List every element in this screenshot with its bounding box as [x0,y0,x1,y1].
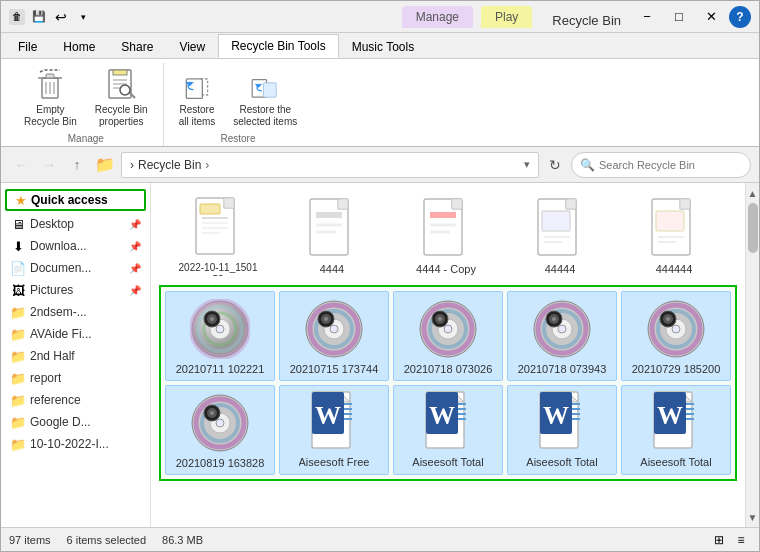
sidebar-item-10-10-2022[interactable]: 📁 10-10-2022-I... [1,433,150,455]
address-bar: ← → ↑ 📁 › Recycle Bin › ▾ ↻ 🔍 [1,147,759,183]
file-item-cd-20210711[interactable]: 20210711 102221 [165,291,275,381]
view-buttons: ⊞ ≡ [709,531,751,549]
file-icon-2022 [186,196,250,260]
svg-text:W: W [657,401,683,430]
file-name-aiseesoft-total1: Aiseesoft TotalVideo Converter [408,456,487,470]
search-box[interactable]: 🔍 [571,152,751,178]
file-item-aiseesoft-total3[interactable]: W Aiseesoft TotalVideo Converter [621,385,731,475]
folder-button[interactable]: 📁 [93,153,117,177]
file-name-4444copy: 4444 - Copy [416,263,476,276]
restore-selected-button[interactable]: Restore theselected items [226,67,304,131]
empty-recycle-bin-button[interactable]: EmptyRecycle Bin [17,67,84,131]
file-name-cd-20210718b: 20210718 073943 [518,363,607,376]
forward-button[interactable]: → [37,153,61,177]
address-input[interactable]: › Recycle Bin › ▾ [121,152,539,178]
file-item-444444[interactable]: 444444 [619,191,729,281]
main-window: 🗑 💾 ↩ ▾ Manage Play Recycle Bin − □ ✕ ? … [0,0,760,552]
file-item-cd-20210819[interactable]: 20210819 163828 [165,385,275,475]
back-button[interactable]: ← [9,153,33,177]
svg-text:W: W [315,401,341,430]
view-details-button[interactable]: ≡ [731,531,751,549]
file-item-aiseesoft-total1[interactable]: W Aiseesoft TotalVideo Converter [393,385,503,475]
file-name-cd-20210711: 20210711 102221 [176,363,265,376]
breadcrumb-chevron: › [205,158,209,172]
file-name-2022: 2022-10-11_150153 [179,262,258,276]
restore-all-icon [181,70,213,102]
svg-point-63 [324,317,328,321]
scrollbar[interactable]: ▲ ▼ [745,183,759,527]
maximize-button[interactable]: □ [665,6,693,28]
file-name-cd-20210718a: 20210718 073026 [404,363,493,376]
restore-all-button[interactable]: Restoreall items [172,67,223,131]
sidebar-item-reference[interactable]: 📁 reference [1,389,150,411]
qa-dropdown-btn[interactable]: ▾ [73,7,93,27]
sidebar-item-googled-label: Google D... [30,415,91,429]
qa-undo-btn[interactable]: ↩ [51,7,71,27]
2ndhalf-icon: 📁 [10,348,26,364]
2ndsem-icon: 📁 [10,304,26,320]
sidebar-item-avaide-label: AVAide Fi... [30,327,92,341]
file-item-aiseesoft-total2[interactable]: W Aiseesoft TotalVideo Converter [507,385,617,475]
file-item-4444copy[interactable]: 4444 - Copy [391,191,501,281]
tab-home[interactable]: Home [50,35,108,58]
recycle-bin-properties-button[interactable]: Recycle Binproperties [88,67,155,131]
file-name-44444: 44444 [545,263,576,276]
word-icon-aiseesoft-total1: W [416,390,480,454]
file-item-aiseesoft-free[interactable]: W Aiseesoft FreeVideo Editor [279,385,389,475]
svg-text:W: W [429,401,455,430]
tab-play[interactable]: Play [481,6,532,28]
refresh-button[interactable]: ↻ [543,153,567,177]
file-item-44444[interactable]: 44444 [505,191,615,281]
cd-icon-20210729 [644,297,708,361]
quick-access-toolbar: 💾 ↩ ▾ [29,7,93,27]
sidebar-item-2ndsem[interactable]: 📁 2ndsem-... [1,301,150,323]
file-icon-44444 [528,197,592,261]
up-button[interactable]: ↑ [65,153,89,177]
ribbon-group-restore: Restoreall items Restore theselected ite… [164,63,313,146]
tab-music-tools[interactable]: Music Tools [339,35,427,58]
file-name-cd-20210729: 20210729 185200 [632,363,721,376]
sidebar-item-2ndhalf-label: 2nd Half [30,349,75,363]
help-button[interactable]: ? [729,6,751,28]
manage-group-label: Manage [17,133,155,146]
ribbon-tabs: File Home Share View Recycle Bin Tools M… [1,33,759,59]
tab-share[interactable]: Share [108,35,166,58]
sidebar-item-downloads[interactable]: ⬇ Downloa... 📌 [1,235,150,257]
view-icons-button[interactable]: ⊞ [709,531,729,549]
file-item-cd-20210718a[interactable]: 20210718 073026 [393,291,503,381]
tab-file[interactable]: File [5,35,50,58]
file-item-4444[interactable]: 4444 [277,191,387,281]
minimize-button[interactable]: − [633,6,661,28]
address-dropdown-arrow[interactable]: ▾ [524,158,530,171]
top-row: 2022-10-11_150153 [159,191,737,281]
window-title: Recycle Bin [540,13,633,28]
tab-view[interactable]: View [166,35,218,58]
cd-icon-20210718b [530,297,594,361]
search-input[interactable] [599,159,742,171]
sidebar-item-googled[interactable]: 📁 Google D... [1,411,150,433]
scroll-up-button[interactable]: ▲ [746,185,760,201]
sidebar-item-quick-access[interactable]: ★ Quick access [5,189,146,211]
sidebar-item-desktop[interactable]: 🖥 Desktop 📌 [1,213,150,235]
sidebar-item-report[interactable]: 📁 report [1,367,150,389]
10-10-2022-icon: 📁 [10,436,26,452]
qa-save-btn[interactable]: 💾 [29,7,49,27]
tab-recycle-bin-tools[interactable]: Recycle Bin Tools [218,34,339,58]
sidebar-item-documents[interactable]: 📄 Documen... 📌 [1,257,150,279]
file-item-cd-20210729[interactable]: 20210729 185200 [621,291,731,381]
svg-rect-22 [200,204,220,214]
sidebar-item-pictures[interactable]: 🖼 Pictures 📌 [1,279,150,301]
close-button[interactable]: ✕ [697,6,725,28]
scroll-down-button[interactable]: ▼ [746,509,760,525]
desktop-icon: 🖥 [10,216,26,232]
sidebar-item-avaide[interactable]: 📁 AVAide Fi... [1,323,150,345]
file-item-cd-20210715[interactable]: 20210715 173744 [279,291,389,381]
scroll-thumb[interactable] [748,203,758,253]
tab-manage[interactable]: Manage [402,6,473,28]
file-item-2022[interactable]: 2022-10-11_150153 [163,191,273,281]
file-item-cd-20210718b[interactable]: 20210718 073943 [507,291,617,381]
svg-point-76 [558,325,566,333]
file-grid-container[interactable]: 2022-10-11_150153 [151,183,745,527]
sidebar-item-2ndhalf[interactable]: 📁 2nd Half [1,345,150,367]
app-icon: 🗑 [9,9,25,25]
